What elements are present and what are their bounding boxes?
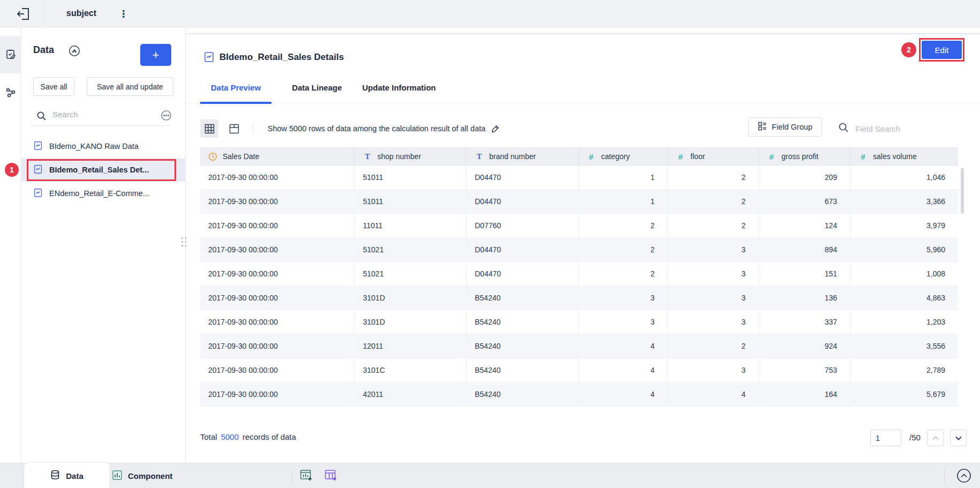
table-cell: 673: [759, 190, 850, 214]
table-cell: 2017-09-30 00:00:00: [200, 238, 355, 262]
dataset-list-label: BIdemo_Retail_Sales Det...: [49, 166, 149, 174]
table-cell: 5,960: [850, 238, 958, 262]
tab-update-information[interactable]: Update Information: [362, 80, 436, 103]
table-cell: 42011: [355, 382, 467, 407]
dataset-list-label: BIdemo_KANO Raw Data: [49, 142, 139, 151]
table-cell: 3101D: [355, 286, 467, 310]
table-cell: 124: [759, 214, 850, 238]
column-header-shop-number[interactable]: Tshop number: [355, 147, 467, 166]
component-chart-icon: [112, 470, 122, 482]
collapse-panel-icon[interactable]: [69, 45, 80, 57]
more-options-icon[interactable]: [161, 110, 172, 123]
save-all-button[interactable]: Save all: [33, 77, 74, 96]
text-type-icon: T: [363, 152, 372, 161]
table-row: 2017-09-30 00:00:0051021D04470231511,008: [200, 262, 958, 286]
number-type-icon: #: [587, 152, 596, 161]
table-cell: 3: [668, 310, 759, 334]
add-table-component-icon[interactable]: [324, 469, 338, 483]
add-data-button[interactable]: +: [140, 44, 171, 66]
content-top-divider: [186, 33, 980, 34]
kebab-menu-icon[interactable]: ⋮: [119, 7, 128, 21]
bottombar-separator: [292, 470, 292, 483]
edit-button[interactable]: Edit: [922, 41, 962, 59]
rail-item-subject[interactable]: [0, 36, 21, 73]
left-rail: [0, 27, 21, 463]
column-header-category[interactable]: #category: [579, 147, 668, 166]
table-cell: 136: [759, 286, 850, 310]
add-chart-component-icon[interactable]: [300, 469, 314, 483]
tab-data-lineage[interactable]: Data Lineage: [292, 80, 341, 103]
grid-view-icon[interactable]: [200, 119, 218, 138]
column-header-brand-number[interactable]: Tbrand number: [467, 147, 579, 166]
table-cell: B54240: [467, 286, 579, 310]
table-cell: D04470: [467, 238, 579, 262]
table-cell: 753: [759, 358, 850, 382]
table-cell: D04470: [467, 262, 579, 286]
table-cell: 51021: [355, 238, 467, 262]
field-group-icon: [758, 122, 767, 132]
table-cell: 4: [579, 334, 668, 358]
dataset-list-item[interactable]: ENdemo_Retail_E-Comme...: [21, 182, 186, 205]
table-cell: 151: [759, 262, 850, 286]
table-cell: 3101C: [355, 358, 467, 382]
previous-page-button[interactable]: [927, 430, 944, 446]
row-limit-info: Show 5000 rows of data among the calcula…: [268, 119, 500, 138]
field-group-button[interactable]: Field Group: [748, 117, 822, 137]
edit-row-limit-icon[interactable]: [491, 124, 500, 133]
table-cell: 3: [579, 286, 668, 310]
table-cell: 3: [579, 310, 668, 334]
table-row: 2017-09-30 00:00:003101CB54240437532,789: [200, 358, 958, 382]
search-input[interactable]: [52, 110, 143, 119]
field-group-label: Field Group: [772, 123, 812, 131]
table-cell: 3,556: [850, 334, 958, 358]
table-cell: 2,789: [850, 358, 958, 382]
column-header-floor[interactable]: #floor: [668, 147, 759, 166]
exit-icon[interactable]: [17, 8, 30, 20]
tab-data-preview[interactable]: Data Preview: [200, 80, 271, 103]
table-cell: 4: [668, 382, 759, 407]
next-page-button[interactable]: [950, 430, 967, 446]
table-cell: D04470: [467, 166, 579, 190]
table-cell: 2017-09-30 00:00:00: [200, 214, 355, 238]
table-cell: 1: [579, 166, 668, 190]
app-screen: subject ⋮ Data: [0, 0, 980, 488]
column-header-Sales-Date[interactable]: Sales Date: [200, 147, 355, 166]
clipboard-edit-icon: [5, 49, 16, 62]
table-cell: D07760: [467, 214, 579, 238]
save-all-update-button[interactable]: Save all and update: [87, 77, 173, 96]
column-header-gross-profit[interactable]: #gross profit: [759, 147, 850, 166]
table-footer: Total5000records of data /50: [186, 429, 980, 447]
total-records: Total5000records of data: [200, 432, 296, 441]
table-cell: 2017-09-30 00:00:00: [200, 262, 355, 286]
collapse-bottombar-icon[interactable]: [956, 468, 972, 484]
dataset-list-item[interactable]: BIdemo_Retail_Sales Det...: [21, 158, 186, 182]
bottom-tab-component[interactable]: Component: [112, 463, 172, 488]
total-suffix: records of data: [242, 432, 296, 441]
layout-view-icon[interactable]: [225, 119, 243, 138]
table-cell: 3101D: [355, 310, 467, 334]
toolbar-separator: [253, 123, 253, 134]
subject-title: subject: [66, 9, 96, 18]
data-panel-title: Data: [33, 44, 54, 56]
bottom-tab-data-label: Data: [66, 471, 83, 481]
search-underline: [30, 125, 170, 126]
top-bar: subject ⋮: [0, 0, 980, 27]
column-header-sales-volume[interactable]: #sales volume: [850, 147, 958, 166]
table-row: 2017-09-30 00:00:003101DB54240331364,863: [200, 286, 958, 310]
dataset-list-item[interactable]: BIdemo_KANO Raw Data: [21, 134, 186, 158]
bottombar-right-separator: [944, 470, 945, 483]
vertical-scrollbar[interactable]: [961, 168, 964, 214]
table-row: 2017-09-30 00:00:0042011B54240441645,679: [200, 382, 958, 407]
field-search-input[interactable]: [855, 124, 957, 133]
data-table: Sales DateTshop numberTbrand number#cate…: [200, 147, 958, 407]
field-search: [838, 119, 972, 138]
bottom-tab-data[interactable]: Data: [24, 462, 110, 488]
page-number-input[interactable]: [870, 430, 901, 446]
rail-item-relations[interactable]: [0, 75, 21, 112]
row-limit-text: Show 5000 rows of data among the calcula…: [268, 119, 485, 138]
column-label: brand number: [489, 152, 536, 161]
data-panel: Data + Save all Save all and update: [21, 27, 186, 463]
table-body: 2017-09-30 00:00:0051011D04470122091,046…: [200, 166, 958, 407]
data-list: BIdemo_KANO Raw DataBIdemo_Retail_Sales …: [21, 134, 186, 205]
table-cell: 2: [579, 214, 668, 238]
